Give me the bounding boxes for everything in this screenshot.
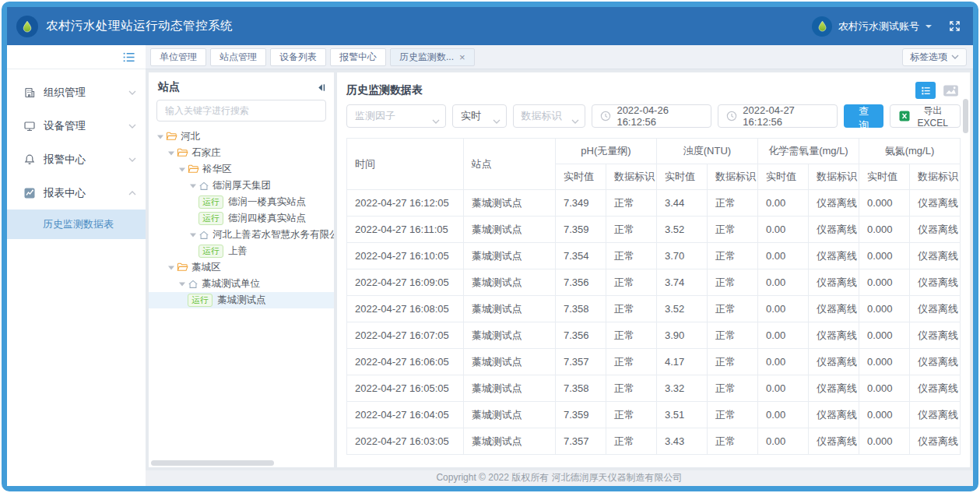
table-row: 2022-04-27 16:08:05藁城测试点7.358正常3.52正常0.0… — [347, 296, 961, 322]
table-cell: 3.32 — [656, 375, 707, 402]
table-cell: 正常 — [707, 296, 757, 322]
tab[interactable]: 单位管理 — [150, 48, 206, 66]
table-cell: 0.000 — [859, 243, 909, 269]
sidebar-item[interactable]: 报警中心 — [7, 143, 146, 176]
table-cell: 0.000 — [859, 190, 909, 217]
chevron-down-icon — [432, 114, 440, 126]
app-window: 农村污水处理站运行动态管控系统 农村污水测试账号 组织管理 — [2, 2, 978, 491]
factor-select[interactable]: 监测因子 — [346, 104, 446, 128]
table-cell: 2022-04-27 16:03:05 — [347, 428, 464, 455]
table-cell: 3.74 — [656, 269, 707, 296]
tree-node[interactable]: 运行德润一楼真实站点 — [149, 194, 334, 210]
table-cell: 仪器离线 — [909, 217, 960, 243]
tree-panel-title: 站点 — [158, 80, 180, 94]
sidebar-item[interactable]: 报表中心 — [7, 176, 146, 210]
table-cell: 2022-04-27 16:12:05 — [347, 190, 464, 217]
table-cell: 0.000 — [859, 322, 909, 349]
tree-node[interactable]: 运行德润四楼真实站点 — [149, 210, 334, 227]
table-cell: 仪器离线 — [808, 243, 859, 269]
account-menu[interactable]: 农村污水测试账号 — [812, 16, 961, 37]
fullscreen-icon[interactable] — [949, 20, 961, 32]
caret-down-icon[interactable] — [177, 281, 188, 287]
tree-node[interactable]: 运行藁城测试点 — [149, 292, 334, 308]
tree-node[interactable]: 运行上善 — [149, 243, 334, 259]
excel-icon — [899, 111, 910, 121]
caret-down-icon[interactable] — [188, 183, 198, 189]
tab[interactable]: 设备列表 — [270, 48, 326, 66]
tree-node[interactable]: 藁城区 — [149, 259, 334, 276]
table-cell: 3.90 — [656, 322, 707, 349]
tree-node[interactable]: 裕华区 — [149, 161, 334, 178]
table-row: 2022-04-27 16:04:05藁城测试点7.359正常3.51正常0.0… — [347, 402, 961, 428]
sidebar-item[interactable]: 组织管理 — [7, 76, 146, 109]
table-cell: 藁城测试点 — [463, 190, 555, 217]
collapse-panel-icon[interactable] — [316, 83, 326, 93]
table-cell: 藁城测试点 — [463, 322, 555, 349]
filter-bar: 监测因子 实时 数据标识 2022-04 — [346, 104, 961, 128]
tree-node-label: 德润四楼真实站点 — [228, 212, 306, 225]
table-view-button[interactable] — [915, 82, 936, 99]
caret-down-icon[interactable] — [166, 150, 177, 157]
table-cell: 2022-04-27 16:05:05 — [347, 375, 464, 402]
table-cell: 正常 — [606, 428, 656, 455]
table-cell: 仪器离线 — [909, 428, 960, 455]
tree-node-label: 河北 — [181, 130, 200, 143]
table-cell: 7.356 — [555, 269, 606, 296]
tree-node[interactable]: 石家庄 — [149, 145, 334, 161]
column-subheader: 数据标识 — [808, 164, 859, 190]
close-icon[interactable]: × — [459, 52, 465, 62]
chevron-down-icon — [571, 114, 579, 126]
caret-down-icon[interactable] — [177, 167, 188, 173]
tree-node[interactable]: 德润厚天集团 — [149, 178, 334, 194]
column-subheader: 实时值 — [656, 164, 707, 190]
clock-icon — [726, 111, 737, 121]
table-cell: 3.43 — [656, 428, 707, 455]
chart-view-button[interactable] — [940, 82, 961, 99]
table-cell: 仪器离线 — [909, 296, 960, 322]
sidebar-subitem[interactable]: 历史监测数据表 — [7, 210, 146, 239]
table-cell: 藁城测试点 — [463, 269, 555, 296]
end-time-picker[interactable]: 2022-04-27 16:12:56 — [718, 104, 838, 128]
table-cell: 0.000 — [859, 402, 909, 428]
bell-icon — [23, 153, 36, 166]
table-cell: 正常 — [606, 296, 656, 322]
table-cell: 正常 — [606, 243, 656, 269]
sidebar-item[interactable]: 设备管理 — [7, 109, 146, 143]
collapse-menu-icon[interactable] — [122, 51, 136, 63]
table-cell: 0.000 — [859, 217, 909, 243]
tree-search-input[interactable] — [156, 100, 326, 121]
table-cell: 4.17 — [656, 349, 707, 375]
table-cell: 0.00 — [757, 375, 808, 402]
mode-select[interactable]: 实时 — [452, 104, 507, 128]
table-cell: 正常 — [707, 322, 757, 349]
tree-node[interactable]: 河北 — [149, 129, 334, 145]
caret-down-icon[interactable] — [155, 134, 166, 140]
column-subheader: 数据标识 — [707, 164, 757, 190]
column-subheader: 实时值 — [555, 164, 606, 190]
folder-icon — [188, 164, 199, 175]
chevron-down-icon — [493, 114, 501, 126]
tab[interactable]: 站点管理 — [210, 48, 266, 66]
table-cell: 0.00 — [757, 296, 808, 322]
monitor-icon — [23, 120, 36, 132]
start-time-picker[interactable]: 2022-04-26 16:12:56 — [592, 104, 711, 128]
folder-icon — [166, 131, 177, 143]
tab-options-button[interactable]: 标签选项 — [902, 48, 967, 66]
table-cell: 3.70 — [656, 243, 707, 269]
tree-node[interactable]: 藁城测试单位 — [149, 276, 334, 292]
export-excel-button[interactable]: 导出EXCEL — [890, 104, 961, 128]
horizontal-scrollbar[interactable] — [151, 460, 274, 466]
table-cell: 仪器离线 — [909, 243, 960, 269]
tab-active[interactable]: 历史监测数...× — [390, 48, 475, 66]
house-icon — [198, 230, 209, 241]
vertical-scrollbar[interactable] — [963, 99, 968, 133]
flag-select[interactable]: 数据标识 — [513, 104, 586, 128]
status-badge: 运行 — [198, 212, 223, 225]
tab[interactable]: 报警中心 — [330, 48, 386, 66]
app-logo-drop-icon — [16, 16, 38, 37]
query-button[interactable]: 查询 — [844, 104, 883, 128]
caret-down-icon[interactable] — [166, 265, 177, 271]
caret-down-icon[interactable] — [188, 232, 198, 238]
tree-node[interactable]: 河北上善若水智慧水务有限公司 — [149, 227, 334, 243]
tree-node-label: 藁城测试点 — [217, 294, 266, 307]
